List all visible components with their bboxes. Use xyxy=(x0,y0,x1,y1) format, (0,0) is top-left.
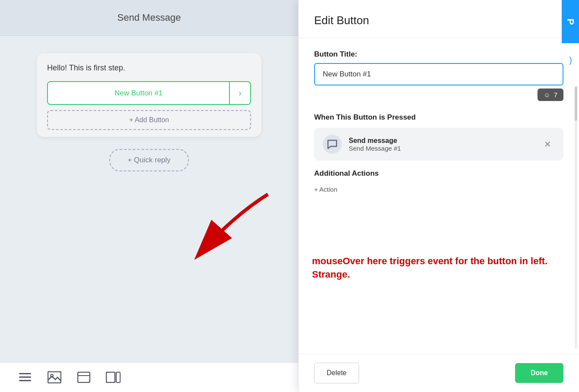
new-button-main[interactable]: New Button #1 xyxy=(48,82,229,104)
close-icon: ✕ xyxy=(544,139,551,149)
edit-button-title: Edit Button xyxy=(314,14,563,27)
action-card: Send message Send Message #1 ✕ xyxy=(314,128,563,161)
quick-reply-button[interactable]: + Quick reply xyxy=(109,149,189,171)
message-text: Hello! This is first step. xyxy=(47,63,251,73)
svg-rect-1 xyxy=(19,376,31,378)
edit-button-header: Edit Button xyxy=(299,0,579,38)
when-pressed-label: When This Button is Pressed xyxy=(314,113,563,122)
svg-rect-3 xyxy=(48,372,61,383)
button-title-label: Button Title: xyxy=(314,50,563,59)
button-title-input[interactable] xyxy=(314,63,563,85)
svg-rect-2 xyxy=(19,380,31,381)
right-panel: P ) Edit Button Button Title: ☺ 7 When T… xyxy=(298,0,579,392)
add-button[interactable]: + Add Button xyxy=(47,110,251,130)
blue-accent: P xyxy=(562,0,579,43)
quick-reply-row: + Quick reply xyxy=(109,149,189,171)
blue-accent-letter: P xyxy=(565,19,576,25)
back-button[interactable]: ) xyxy=(562,52,579,69)
panel-content: Button Title: ☺ 7 When This Button is Pr… xyxy=(299,38,579,215)
chevron-right-icon: › xyxy=(239,88,242,98)
char-counter: ☺ 7 xyxy=(538,89,563,101)
action-detail: Send Message #1 xyxy=(349,145,541,152)
panel-footer: Delete Done xyxy=(299,354,579,392)
svg-rect-5 xyxy=(78,372,90,383)
svg-rect-7 xyxy=(106,372,115,383)
bottom-toolbar xyxy=(0,362,298,392)
message-bubble: Hello! This is first step. New Button #1… xyxy=(37,53,261,137)
gallery-icon-button[interactable] xyxy=(105,370,121,385)
left-panel: Send Message Hello! This is first step. … xyxy=(0,0,298,392)
send-message-title: Send Message xyxy=(118,12,181,23)
additional-actions-label: Additional Actions xyxy=(314,169,563,178)
title-input-wrapper: ☺ 7 xyxy=(314,63,563,85)
done-button[interactable]: Done xyxy=(515,363,563,383)
new-button-chevron[interactable]: › xyxy=(229,82,250,104)
image-icon-button[interactable] xyxy=(47,370,62,385)
svg-rect-8 xyxy=(116,372,120,383)
char-count: 7 xyxy=(554,91,557,98)
action-info: Send message Send Message #1 xyxy=(349,137,541,152)
delete-button[interactable]: Delete xyxy=(314,363,359,383)
send-message-header: Send Message xyxy=(0,0,298,36)
emoji-icon: ☺ xyxy=(544,91,550,98)
add-action-button[interactable]: + Action xyxy=(314,184,337,195)
chat-icon xyxy=(323,135,342,154)
scrollbar-thumb[interactable] xyxy=(575,86,577,121)
action-type: Send message xyxy=(349,137,541,145)
message-canvas: Hello! This is first step. New Button #1… xyxy=(0,36,298,189)
scrollbar-track xyxy=(575,86,577,349)
action-close-button[interactable]: ✕ xyxy=(541,137,555,151)
menu-icon-button[interactable] xyxy=(17,370,33,385)
svg-rect-0 xyxy=(19,373,31,374)
card-icon-button[interactable] xyxy=(76,370,92,385)
new-button-row: New Button #1 › xyxy=(47,81,251,105)
additional-actions-section: Additional Actions + Action xyxy=(314,169,563,195)
